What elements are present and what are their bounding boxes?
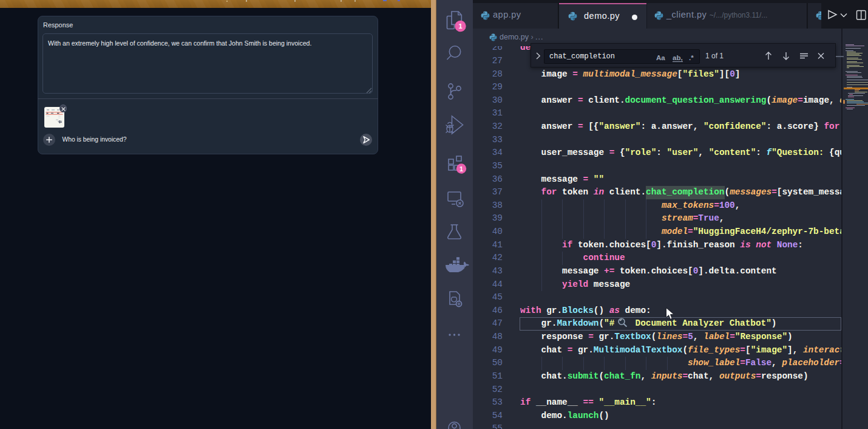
svg-text:1: 1 bbox=[458, 22, 462, 30]
svg-text:1: 1 bbox=[459, 165, 463, 173]
